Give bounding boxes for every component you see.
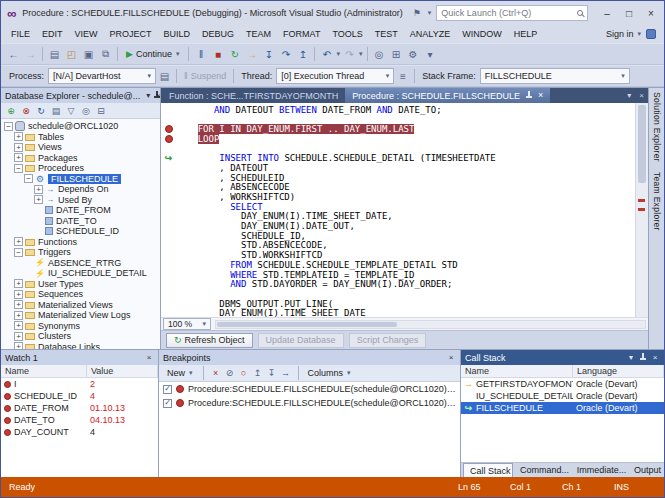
expand-icon[interactable]: + xyxy=(14,321,23,330)
refresh-object-button[interactable]: ↻Refresh Object xyxy=(166,333,253,348)
import-breakpoints-icon[interactable]: ↧ xyxy=(265,366,279,380)
stop-debugging-icon[interactable]: ■ xyxy=(209,46,226,63)
tree-item-views[interactable]: +Views xyxy=(1,142,160,153)
sign-in-link[interactable]: Sign in xyxy=(603,29,637,39)
tree-item-depends-on[interactable]: +→Depends On xyxy=(1,184,160,195)
maximize-button[interactable]: □ xyxy=(620,4,638,22)
toolbar-options-icon[interactable]: ▾ xyxy=(422,46,439,63)
breakpoint-icon[interactable] xyxy=(165,125,173,133)
watch-row[interactable]: I2 xyxy=(1,378,158,390)
expand-icon[interactable]: + xyxy=(14,279,23,288)
tree-item-synonyms[interactable]: +Synonyms xyxy=(1,321,160,332)
step-into-icon[interactable]: ↧ xyxy=(260,46,277,63)
solution-explorer-icon[interactable]: ⊞ xyxy=(388,46,405,63)
vertical-scrollbar[interactable] xyxy=(635,103,648,317)
properties-window-icon[interactable]: ⚙ xyxy=(405,46,422,63)
window-menu-caret-icon[interactable]: ▾ xyxy=(146,91,150,100)
zoom-combo[interactable]: 100 % ▾ xyxy=(163,318,211,330)
step-out-icon[interactable]: ↥ xyxy=(294,46,311,63)
save-all-icon[interactable]: ⧉ xyxy=(97,46,114,63)
horizontal-scrollbar[interactable] xyxy=(215,320,646,329)
column-name[interactable]: Name xyxy=(1,365,87,377)
feedback-icon[interactable]: ⚑ xyxy=(411,8,423,18)
collapse-icon[interactable]: − xyxy=(24,174,33,183)
minimize-button[interactable]: – xyxy=(598,4,616,22)
breakpoint-margin[interactable] xyxy=(161,125,176,133)
breakpoint-row[interactable]: ✓Procedure:SCHEDULE.FILLSCHEDULE(schedul… xyxy=(159,382,460,396)
tree-item-materialized-view-logs[interactable]: +Materialized View Logs xyxy=(1,310,160,321)
save-icon[interactable]: ▣ xyxy=(80,46,97,63)
refresh-icon[interactable]: ↻ xyxy=(34,104,48,118)
side-tab-team-explorer[interactable]: Team Explorer xyxy=(652,172,662,231)
collapse-all-icon[interactable]: ⊟ xyxy=(94,104,108,118)
bottom-tab-output[interactable]: Output xyxy=(628,463,664,477)
close-document-icon[interactable]: × xyxy=(635,88,648,103)
menu-item-build[interactable]: BUILD xyxy=(158,29,197,39)
watch-row[interactable]: SCHEDULE_ID4 xyxy=(1,390,158,402)
menu-item-file[interactable]: FILE xyxy=(5,29,36,39)
tree-item-date-to[interactable]: DATE_TO xyxy=(1,216,160,227)
connect-icon[interactable]: ⊕ xyxy=(4,104,18,118)
quick-launch-box[interactable]: Quick Launch (Ctrl+Q) xyxy=(436,5,588,21)
disconnect-icon[interactable]: ⊗ xyxy=(19,104,33,118)
expand-icon[interactable]: + xyxy=(14,332,23,341)
call-stack-row[interactable]: →GETFIRSTDAYOFMONTHOracle (Devart) xyxy=(461,378,664,390)
tree-item-user-types[interactable]: +User Types xyxy=(1,279,160,290)
breakpoint-margin[interactable] xyxy=(161,135,176,143)
navigate-backward-icon[interactable]: ← xyxy=(5,46,22,63)
expand-icon[interactable]: + xyxy=(14,300,23,309)
sign-in-caret-icon[interactable]: ▾ xyxy=(636,30,642,38)
delete-breakpoint-icon[interactable]: × xyxy=(209,366,223,380)
close-button[interactable]: × xyxy=(642,4,660,22)
pin-icon[interactable] xyxy=(525,91,533,100)
document-tab-function-sche-tfirstdayofmonth[interactable]: Function : SCHE...TFIRSTDAYOFMONTH xyxy=(162,88,345,103)
bottom-tab-call-stack[interactable]: Call Stack xyxy=(463,463,513,477)
breakpoint-row[interactable]: ✓Procedure:SCHEDULE.FILLSCHEDULE(schedul… xyxy=(159,396,460,410)
new-breakpoint-button[interactable]: New ▾ xyxy=(163,366,198,381)
close-panel-icon[interactable]: × xyxy=(144,353,154,362)
menu-item-debug[interactable]: DEBUG xyxy=(196,29,240,39)
expand-icon[interactable]: + xyxy=(34,185,43,194)
side-tab-solution-explorer[interactable]: Solution Explorer xyxy=(652,92,662,162)
tree-item-packages[interactable]: +Packages xyxy=(1,153,160,164)
tree-item-date-from[interactable]: DATE_FROM xyxy=(1,205,160,216)
breakpoint-margin[interactable]: ↪ xyxy=(161,154,176,163)
tree-item-used-by[interactable]: +→Used By xyxy=(1,195,160,206)
new-file-icon[interactable]: ▤ xyxy=(46,46,63,63)
process-combo[interactable]: [N/A] DevartHost ▾ xyxy=(48,68,156,84)
menu-item-project[interactable]: PROJECT xyxy=(104,29,158,39)
tree-item-schedule-orcl1020[interactable]: −schedule@ORCL1020 xyxy=(1,121,160,132)
expand-icon[interactable]: + xyxy=(14,237,23,246)
tree-item-clusters[interactable]: +Clusters xyxy=(1,331,160,342)
export-breakpoints-icon[interactable]: ↥ xyxy=(251,366,265,380)
column-value[interactable]: Value xyxy=(87,365,158,377)
watch-row[interactable]: DAY_COUNT4 xyxy=(1,426,158,438)
collapse-icon[interactable]: − xyxy=(14,164,23,173)
continue-button[interactable]: ▶Continue▾ xyxy=(121,45,185,63)
menu-item-tools[interactable]: TOOLS xyxy=(326,29,368,39)
filter-icon[interactable]: ▽ xyxy=(64,104,78,118)
thread-combo[interactable]: [0] Execution Thread ▾ xyxy=(276,68,394,84)
close-panel-icon[interactable]: × xyxy=(446,353,456,362)
tree-item-schedule-id[interactable]: SCHEDULE_ID xyxy=(1,226,160,237)
new-connection-icon[interactable]: ▤ xyxy=(49,104,63,118)
expand-icon[interactable]: + xyxy=(34,195,43,204)
expand-icon[interactable]: + xyxy=(14,311,23,320)
menu-item-format[interactable]: FORMAT xyxy=(277,29,326,39)
column-language[interactable]: Language xyxy=(573,365,664,377)
notifications-caret-icon[interactable]: ▾ xyxy=(427,9,433,17)
menu-item-team[interactable]: TEAM xyxy=(240,29,277,39)
navigate-forward-icon[interactable]: → xyxy=(22,46,39,63)
tree-item-procedures[interactable]: −Procedures xyxy=(1,163,160,174)
menu-item-window[interactable]: WINDOW xyxy=(456,29,508,39)
menu-item-edit[interactable]: EDIT xyxy=(36,29,69,39)
menu-item-help[interactable]: HELP xyxy=(508,29,544,39)
tree-item-sequences[interactable]: +Sequences xyxy=(1,289,160,300)
stack-frame-combo[interactable]: FILLSCHEDULE ▾ xyxy=(480,68,630,84)
code-editor[interactable]: AND DATEOUT BETWEEN DATE_FROM AND DATE_T… xyxy=(161,103,648,317)
scrollbar-thumb[interactable] xyxy=(638,105,646,183)
delete-all-breakpoints-icon[interactable]: ⊘ xyxy=(223,366,237,380)
open-file-icon[interactable]: ◰ xyxy=(63,46,80,63)
tab-list-caret-icon[interactable]: ▾ xyxy=(623,88,635,103)
toggle-all-breakpoints-icon[interactable]: ○ xyxy=(237,366,251,380)
